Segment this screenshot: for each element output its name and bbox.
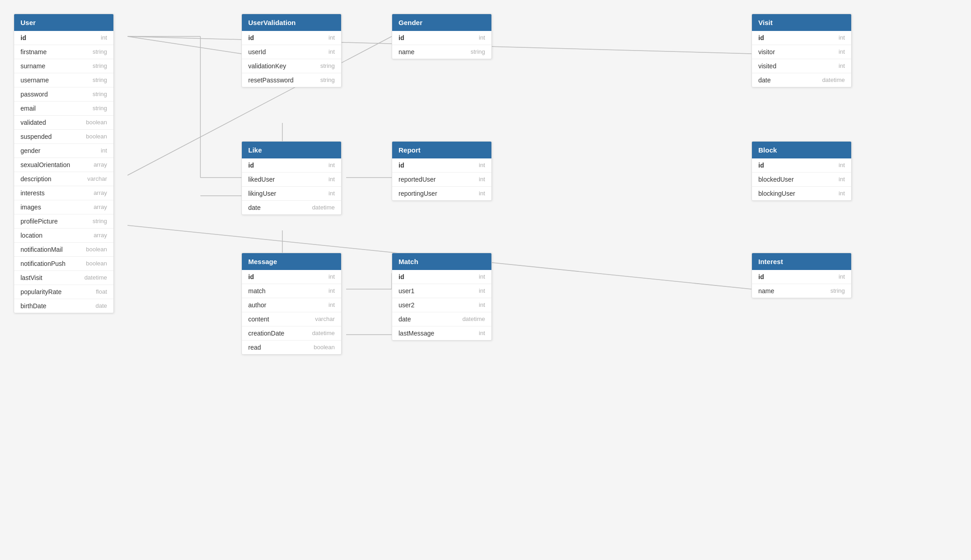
field-name-match-user2: user2 [399, 301, 414, 309]
field-name-gender-name: name [399, 48, 414, 56]
entity-userValidation: UserValidationidintuserIdintvalidationKe… [241, 14, 342, 87]
field-type-userValidation-validationKey: string [320, 62, 335, 70]
field-row-block-blockingUser: blockingUserint [752, 187, 851, 200]
field-row-match-date: datedatetime [392, 312, 491, 326]
field-name-match-date: date [399, 316, 411, 323]
field-row-report-reportedUser: reportedUserint [392, 173, 491, 187]
field-name-user-surname: surname [20, 62, 45, 70]
field-type-user-lastVisit: datetime [84, 274, 107, 281]
field-row-user-notificationMail: notificationMailboolean [14, 243, 113, 257]
field-name-user-lastVisit: lastVisit [20, 274, 42, 281]
field-row-userValidation-userId: userIdint [242, 45, 341, 59]
field-row-userValidation-resetPasssword: resetPassswordstring [242, 73, 341, 87]
field-row-report-id: idint [392, 158, 491, 173]
entity-visit: Visitidintvisitorintvisitedintdatedateti… [751, 14, 852, 87]
field-type-user-id: int [101, 34, 107, 41]
field-row-user-lastVisit: lastVisitdatetime [14, 271, 113, 285]
field-row-user-email: emailstring [14, 102, 113, 116]
entity-user: Useridintfirstnamestringsurnamestringuse… [14, 14, 114, 313]
field-name-user-username: username [20, 76, 49, 84]
field-name-message-read: read [248, 344, 261, 351]
entity-interest: Interestidintnamestring [751, 253, 852, 298]
field-name-user-profilePicture: profilePicture [20, 218, 58, 225]
field-row-gender-id: idint [392, 31, 491, 45]
field-row-match-lastMessage: lastMessageint [392, 326, 491, 340]
field-name-user-description: description [20, 175, 51, 183]
field-type-user-profilePicture: string [92, 218, 107, 225]
field-type-user-suspended: boolean [86, 133, 107, 140]
field-name-visit-visitor: visitor [758, 48, 775, 56]
svg-line-0 [128, 36, 241, 54]
entity-body-userValidation: idintuserIdintvalidationKeystringresetPa… [242, 31, 341, 87]
field-type-message-read: boolean [314, 344, 335, 351]
field-row-user-notificationPush: notificationPushboolean [14, 257, 113, 271]
field-type-user-sexualOrientation: array [93, 161, 107, 168]
field-name-user-gender: gender [20, 147, 41, 154]
field-name-user-popularityRate: popularityRate [20, 288, 61, 295]
entity-body-gender: idintnamestring [392, 31, 491, 59]
field-name-message-content: content [248, 316, 269, 323]
field-type-match-user1: int [479, 287, 485, 295]
entity-header-message: Message [242, 253, 341, 270]
field-name-interest-id: id [758, 273, 764, 280]
field-row-user-gender: genderint [14, 144, 113, 158]
field-type-visit-visited: int [838, 62, 845, 70]
field-row-user-sexualOrientation: sexualOrientationarray [14, 158, 113, 172]
field-row-visit-visited: visitedint [752, 59, 851, 73]
field-row-like-date: datedatetime [242, 201, 341, 214]
field-name-user-images: images [20, 204, 41, 211]
field-name-gender-id: id [399, 34, 404, 41]
field-type-message-id: int [328, 273, 335, 280]
field-name-user-birthDate: birthDate [20, 302, 46, 310]
field-row-gender-name: namestring [392, 45, 491, 59]
field-type-message-author: int [328, 301, 335, 309]
field-type-visit-id: int [838, 34, 845, 41]
field-row-match-user1: user1int [392, 284, 491, 298]
field-type-user-email: string [92, 105, 107, 112]
field-type-like-date: datetime [312, 204, 335, 211]
field-name-block-blockedUser: blockedUser [758, 176, 794, 183]
field-row-match-user2: user2int [392, 298, 491, 312]
field-name-user-interests: interests [20, 189, 45, 197]
field-row-visit-id: idint [752, 31, 851, 45]
field-name-user-password: password [20, 91, 48, 98]
field-type-user-firstname: string [92, 48, 107, 56]
field-row-like-likingUser: likingUserint [242, 187, 341, 201]
field-row-user-birthDate: birthDatedate [14, 299, 113, 313]
entity-header-block: Block [752, 142, 851, 158]
field-type-match-user2: int [479, 301, 485, 309]
field-type-report-reportingUser: int [479, 190, 485, 197]
entity-body-like: idintlikedUserintlikingUserintdatedateti… [242, 158, 341, 214]
entity-body-report: idintreportedUserintreportingUserint [392, 158, 491, 200]
field-row-user-location: locationarray [14, 229, 113, 243]
field-name-user-location: location [20, 232, 42, 239]
field-row-block-blockedUser: blockedUserint [752, 173, 851, 187]
field-name-userValidation-resetPasssword: resetPasssword [248, 76, 294, 84]
field-type-userValidation-userId: int [328, 48, 335, 56]
field-name-message-creationDate: creationDate [248, 330, 284, 337]
field-row-user-profilePicture: profilePicturestring [14, 214, 113, 229]
field-name-match-id: id [399, 273, 404, 280]
field-name-report-id: id [399, 162, 404, 169]
field-row-user-username: usernamestring [14, 73, 113, 87]
field-type-userValidation-resetPasssword: string [320, 76, 335, 84]
entity-block: BlockidintblockedUserintblockingUserint [751, 141, 852, 201]
field-type-user-surname: string [92, 62, 107, 70]
entity-gender: Genderidintnamestring [392, 14, 492, 59]
field-row-userValidation-validationKey: validationKeystring [242, 59, 341, 73]
canvas: Useridintfirstnamestringsurnamestringuse… [0, 0, 971, 560]
field-name-user-id: id [20, 34, 26, 41]
field-row-userValidation-id: idint [242, 31, 341, 45]
field-row-user-popularityRate: popularityRatefloat [14, 285, 113, 299]
field-type-match-lastMessage: int [479, 330, 485, 337]
entity-match: Matchidintuser1intuser2intdatedatetimela… [392, 253, 492, 341]
field-row-like-likedUser: likedUserint [242, 173, 341, 187]
entity-like: LikeidintlikedUserintlikingUserintdateda… [241, 141, 342, 215]
field-type-user-gender: int [101, 147, 107, 154]
field-name-block-id: id [758, 162, 764, 169]
field-name-interest-name: name [758, 287, 774, 295]
field-type-user-birthDate: date [96, 302, 107, 310]
entity-header-match: Match [392, 253, 491, 270]
field-name-like-likingUser: likingUser [248, 190, 276, 197]
field-type-like-likedUser: int [328, 176, 335, 183]
